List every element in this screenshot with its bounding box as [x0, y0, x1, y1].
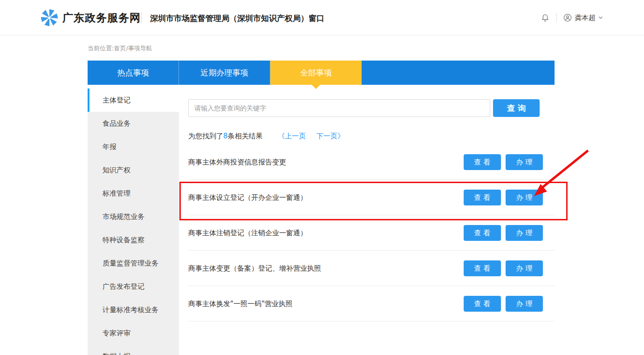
category-tabbar: 热点事项 近期办理事项 全部事项 [88, 61, 555, 85]
service-title: 商事主体注销登记（注销企业一窗通） [188, 215, 307, 251]
handle-button[interactable]: 办 理 [506, 190, 543, 205]
pinwheel-logo-icon [41, 9, 58, 26]
site-logo[interactable]: 广东政务服务网 [41, 9, 141, 26]
notification-bell-icon[interactable] [541, 13, 550, 23]
sidebar-item-expert-review[interactable]: 专家评审 [88, 321, 179, 345]
handle-button[interactable]: 办 理 [506, 260, 543, 276]
view-button[interactable]: 查 看 [464, 296, 501, 312]
sidebar-item-standard-management[interactable]: 标准管理 [88, 182, 179, 205]
list-item-establishment-registration: 商事主体设立登记（开办企业一窗通） 查 看 办 理 [188, 180, 555, 215]
view-button[interactable]: 查 看 [464, 190, 501, 205]
breadcrumb: 当前位置:首页/事项导航 [88, 44, 152, 53]
sidebar-item-market-regulation[interactable]: 市场规范业务 [88, 205, 179, 228]
search-input[interactable] [188, 99, 490, 117]
sidebar-item-subject-registration[interactable]: 主体登记 [88, 89, 179, 112]
sidebar-item-partial-bottom[interactable]: 数据上报 [88, 345, 179, 355]
tab-hot-items[interactable]: 热点事项 [88, 61, 179, 85]
prev-page-link[interactable]: 《上一页 [278, 132, 306, 140]
page: 广东政务服务网 深圳市市场监督管理局（深圳市知识产权局）窗口 龚本超 [0, 0, 644, 355]
service-title: 商事主体变更（备案）登记、增补营业执照 [188, 251, 321, 286]
sidebar-item-quality-supervision[interactable]: 质量监督管理业务 [88, 252, 179, 275]
category-sidebar: 主体登记 食品业务 年报 知识产权 标准管理 市场规范业务 特种设备监察 质量监… [88, 89, 179, 355]
service-title: 商事主体外商投资信息报告变更 [188, 144, 286, 180]
sidebar-item-food-business[interactable]: 食品业务 [88, 112, 179, 135]
header-right-divider [556, 13, 557, 22]
next-page-link[interactable]: 下一页》 [316, 132, 344, 140]
handle-button[interactable]: 办 理 [506, 225, 543, 241]
sidebar-item-intellectual-property[interactable]: 知识产权 [88, 158, 179, 182]
list-item-deregistration: 商事主体注销登记（注销企业一窗通） 查 看 办 理 [188, 215, 555, 251]
top-header: 广东政务服务网 深圳市市场监督管理局（深圳市知识产权局）窗口 龚本超 [0, 0, 644, 35]
header-divider [141, 12, 142, 23]
handle-button[interactable]: 办 理 [506, 154, 543, 170]
view-button[interactable]: 查 看 [464, 154, 501, 170]
results-summary: 为您找到了8条相关结果 《上一页 下一页》 [188, 132, 344, 141]
list-item-change-registration: 商事主体变更（备案）登记、增补营业执照 查 看 办 理 [188, 251, 555, 286]
sidebar-item-ad-publishing[interactable]: 广告发布登记 [88, 275, 179, 298]
service-list: 商事主体外商投资信息报告变更 查 看 办 理 商事主体设立登记（开办企业一窗通）… [188, 144, 555, 321]
search-button[interactable]: 查 询 [493, 99, 540, 117]
window-title: 深圳市市场监督管理局（深圳市知识产权局）窗口 [150, 13, 324, 24]
sidebar-item-annual-report[interactable]: 年报 [88, 135, 179, 158]
tab-recent-items[interactable]: 近期办理事项 [179, 61, 270, 85]
sidebar-item-metrology-standard[interactable]: 计量标准考核业务 [88, 298, 179, 321]
handle-button[interactable]: 办 理 [506, 296, 543, 312]
user-menu[interactable]: 龚本超 [563, 14, 603, 22]
user-avatar-icon [563, 14, 572, 22]
results-suffix: 条相关结果 [228, 132, 263, 140]
service-title: 商事主体换发"一照一码"营业执照 [188, 286, 293, 321]
header-right: 龚本超 [541, 0, 603, 35]
list-item-foreign-investment-report: 商事主体外商投资信息报告变更 查 看 办 理 [188, 144, 555, 180]
active-tab-pointer [312, 85, 320, 89]
view-button[interactable]: 查 看 [464, 225, 501, 241]
user-name: 龚本超 [575, 14, 596, 22]
service-title: 商事主体设立登记（开办企业一窗通） [188, 180, 307, 215]
results-count: 8 [223, 132, 228, 140]
tab-all-items[interactable]: 全部事项 [270, 61, 362, 85]
list-item-license-renewal: 商事主体换发"一照一码"营业执照 查 看 办 理 [188, 286, 555, 321]
results-prefix: 为您找到了 [188, 132, 223, 140]
site-name: 广东政务服务网 [62, 11, 141, 25]
view-button[interactable]: 查 看 [464, 260, 501, 276]
sidebar-item-special-equipment[interactable]: 特种设备监察 [88, 228, 179, 252]
chevron-down-icon [598, 15, 603, 20]
